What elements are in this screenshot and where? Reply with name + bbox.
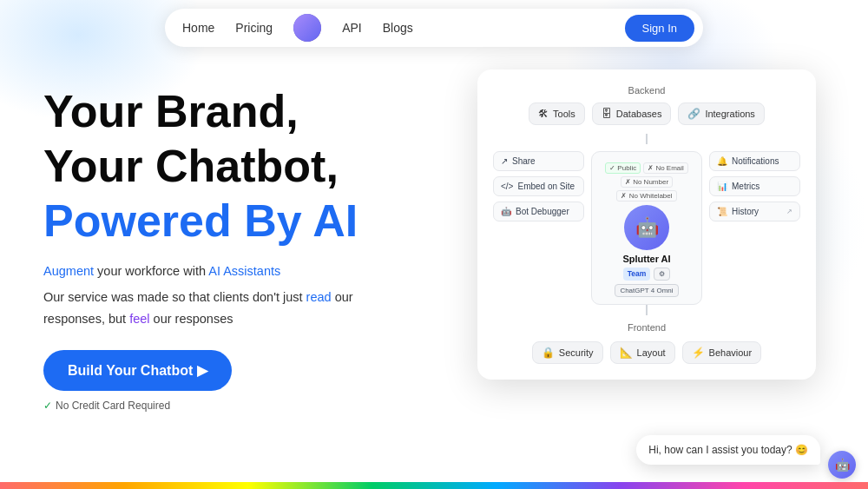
connector-bottom bbox=[646, 305, 648, 315]
cta-button[interactable]: Build Your Chatbot ▶ bbox=[43, 350, 232, 391]
hero-title-line3: Powered By AI bbox=[43, 196, 408, 246]
databases-label: Databases bbox=[616, 109, 662, 119]
signin-button[interactable]: Sign In bbox=[625, 15, 694, 42]
diagram-card: Backend 🛠 Tools 🗄 Databases 🔗 Integratio… bbox=[477, 69, 816, 380]
metrics-chip[interactable]: 📊 Metrics bbox=[709, 176, 800, 196]
navbar: Home Pricing API Blogs Sign In bbox=[165, 9, 703, 47]
history-external-icon: ↗ bbox=[786, 208, 792, 215]
bot-card: ✓ Public ✗ No Email ✗ No Number ✗ No Whi… bbox=[591, 151, 702, 305]
check-icon: ✓ bbox=[43, 400, 52, 412]
history-chip[interactable]: 📜 History ↗ bbox=[709, 202, 800, 221]
integrations-chip[interactable]: 🔗 Integrations bbox=[678, 102, 764, 125]
middle-row: ↗ Share </> Embed on Site 🤖 Bot Debugger… bbox=[493, 151, 800, 305]
hero-desc2-mid: our bbox=[335, 290, 353, 304]
tools-label: Tools bbox=[553, 109, 575, 119]
integrations-icon: 🔗 bbox=[687, 108, 700, 120]
hero-read: read bbox=[306, 290, 332, 304]
security-icon: 🔒 bbox=[542, 347, 555, 359]
hero-desc2-pre: Our service was made so that clients don… bbox=[43, 290, 306, 304]
tools-icon: 🛠 bbox=[538, 108, 549, 120]
nav-links: Home Pricing API Blogs bbox=[182, 14, 413, 42]
behaviour-icon: ⚡ bbox=[692, 347, 705, 359]
embed-icon: </> bbox=[501, 182, 513, 191]
databases-chip[interactable]: 🗄 Databases bbox=[592, 102, 672, 125]
diagram-container: Backend 🛠 Tools 🗄 Databases 🔗 Integratio… bbox=[477, 69, 859, 434]
opt-no-email: ✗ No Email bbox=[643, 162, 688, 174]
opt-public: ✓ Public bbox=[605, 162, 641, 174]
chatgpt-badge: ChatGPT 4 Omni bbox=[615, 284, 678, 297]
rainbow-bar bbox=[0, 482, 868, 489]
embed-label: Embed on Site bbox=[517, 182, 575, 191]
hero-desc2-suffix: responses, but bbox=[43, 312, 129, 326]
frontend-label: Frontend bbox=[493, 322, 800, 333]
hero-desc2-end: our responses bbox=[154, 312, 233, 326]
behaviour-chip[interactable]: ⚡ Behaviour bbox=[682, 341, 762, 364]
hero-section: Your Brand, Your Chatbot, Powered By AI … bbox=[43, 87, 408, 412]
integrations-label: Integrations bbox=[705, 109, 754, 119]
avatar[interactable] bbox=[293, 14, 321, 42]
no-credit-card-notice: ✓ No Credit Card Required bbox=[43, 400, 408, 412]
frontend-row: 🔒 Security 📐 Layout ⚡ Behaviour bbox=[493, 341, 800, 364]
layout-label: Layout bbox=[637, 347, 666, 358]
nav-pricing[interactable]: Pricing bbox=[235, 21, 273, 35]
left-panel: ↗ Share </> Embed on Site 🤖 Bot Debugger bbox=[493, 151, 584, 221]
hero-augment: Augment bbox=[43, 264, 94, 278]
nav-api[interactable]: API bbox=[342, 21, 362, 35]
chat-bot-avatar[interactable]: 🤖 bbox=[828, 451, 856, 479]
opt-no-whitelabel: ✗ No Whitelabel bbox=[616, 190, 676, 202]
hero-ai-assistants: AI Assistants bbox=[208, 264, 280, 278]
share-label: Share bbox=[512, 156, 536, 166]
nav-home[interactable]: Home bbox=[182, 21, 214, 35]
backend-label: Backend bbox=[493, 85, 800, 96]
chat-bot-avatar-emoji: 🤖 bbox=[835, 458, 850, 472]
chat-bubble-text: Hi, how can I assist you today? 😊 bbox=[648, 444, 808, 456]
layout-chip[interactable]: 📐 Layout bbox=[610, 341, 675, 364]
security-chip[interactable]: 🔒 Security bbox=[532, 341, 603, 364]
bot-emoji: 🤖 bbox=[635, 216, 659, 239]
connector-top bbox=[646, 134, 648, 144]
bot-debugger-label: Bot Debugger bbox=[516, 207, 569, 216]
hero-desc-mid1: your workforce with bbox=[97, 264, 208, 278]
notifications-icon: 🔔 bbox=[717, 156, 727, 166]
team-badge: Team bbox=[623, 268, 651, 281]
security-label: Security bbox=[559, 347, 594, 358]
chat-bubble: Hi, how can I assist you today? 😊 bbox=[636, 435, 820, 465]
bot-avatar: 🤖 bbox=[624, 205, 669, 250]
nav-right: Sign In bbox=[625, 15, 694, 42]
layout-icon: 📐 bbox=[620, 347, 633, 359]
metrics-label: Metrics bbox=[732, 182, 760, 191]
right-panel: 🔔 Notifications 📊 Metrics 📜 History ↗ bbox=[709, 151, 800, 221]
bot-name: Splutter AI bbox=[622, 254, 670, 264]
opt-no-number: ✗ No Number bbox=[621, 176, 673, 188]
bot-debugger-chip[interactable]: 🤖 Bot Debugger bbox=[493, 202, 584, 221]
hero-title-line2: Your Chatbot, bbox=[43, 142, 408, 191]
no-cc-text: No Credit Card Required bbox=[56, 400, 170, 412]
tools-chip[interactable]: 🛠 Tools bbox=[529, 102, 585, 125]
avatar-image bbox=[293, 14, 321, 42]
bot-options-row: ✓ Public ✗ No Email ✗ No Number ✗ No Whi… bbox=[599, 162, 694, 202]
metrics-icon: 📊 bbox=[717, 182, 727, 191]
history-icon: 📜 bbox=[717, 207, 727, 216]
hero-title-line1: Your Brand, bbox=[43, 87, 408, 136]
notifications-label: Notifications bbox=[732, 156, 779, 166]
backend-row: 🛠 Tools 🗄 Databases 🔗 Integrations bbox=[493, 102, 800, 125]
hero-desc-1: Augment your workforce with AI Assistant… bbox=[43, 261, 408, 282]
hero-desc-2: Our service was made so that clients don… bbox=[43, 287, 408, 329]
notifications-chip[interactable]: 🔔 Notifications bbox=[709, 151, 800, 171]
bot-debugger-icon: 🤖 bbox=[501, 207, 511, 216]
behaviour-label: Behaviour bbox=[709, 347, 753, 358]
share-chip[interactable]: ↗ Share bbox=[493, 151, 584, 171]
history-label: History bbox=[732, 207, 759, 216]
hero-feel: feel bbox=[129, 312, 149, 326]
share-icon: ↗ bbox=[501, 156, 508, 166]
embed-chip[interactable]: </> Embed on Site bbox=[493, 176, 584, 196]
databases-icon: 🗄 bbox=[602, 108, 612, 120]
nav-blogs[interactable]: Blogs bbox=[383, 21, 413, 35]
bot-badges: Team ⚙ ChatGPT 4 Omni bbox=[599, 268, 694, 297]
settings-badge: ⚙ bbox=[654, 268, 670, 281]
